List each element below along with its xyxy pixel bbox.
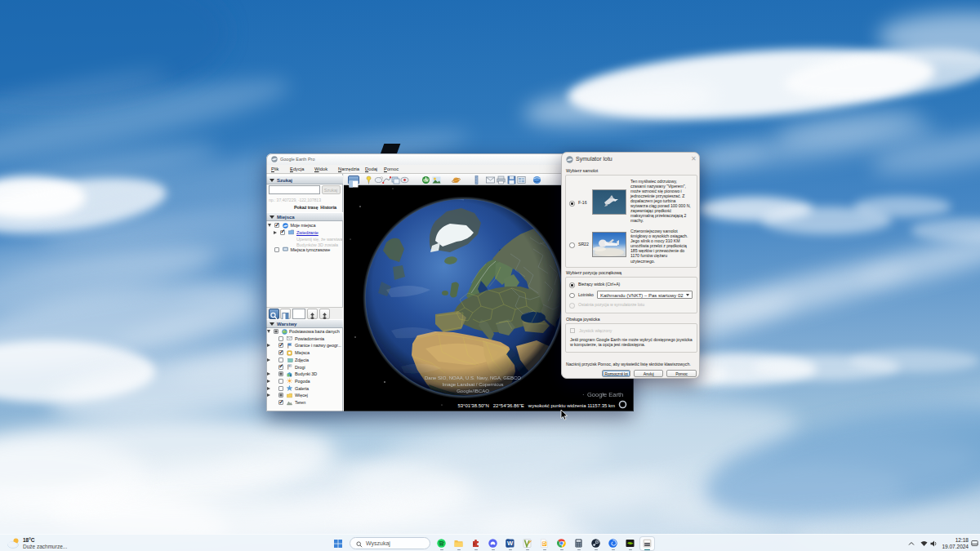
svg-text:Google Earth: Google Earth [587,391,623,398]
svg-text:Image Landsat / Copernicus: Image Landsat / Copernicus [442,382,503,387]
svg-text:Google/IBCAO: Google/IBCAO [457,389,489,393]
svg-text:·: · [582,391,585,398]
svg-text:D: D [543,541,546,546]
svg-text:Dane SIO, NOAA, U.S. Navy, NGA: Dane SIO, NOAA, U.S. Navy, NGA, GEBCO [425,375,521,380]
svg-text:W: W [507,540,514,547]
